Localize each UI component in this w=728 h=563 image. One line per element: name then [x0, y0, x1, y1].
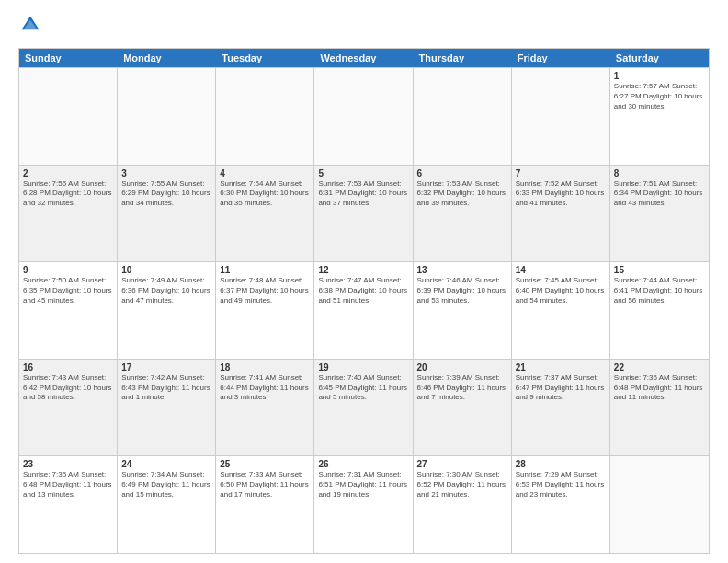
day-number: 19: [318, 362, 408, 373]
day-info: Sunrise: 7:48 AM Sunset: 6:37 PM Dayligh…: [220, 276, 310, 305]
day-cell-4: 4Sunrise: 7:54 AM Sunset: 6:30 PM Daylig…: [216, 166, 314, 262]
day-number: 20: [417, 362, 507, 373]
day-number: 14: [516, 265, 606, 275]
day-cell-20: 20Sunrise: 7:39 AM Sunset: 6:46 PM Dayli…: [414, 360, 512, 456]
day-number: 4: [220, 168, 310, 178]
day-cell-10: 10Sunrise: 7:49 AM Sunset: 6:36 PM Dayli…: [118, 262, 216, 359]
day-number: 3: [121, 168, 211, 178]
day-cell-9: 9Sunrise: 7:50 AM Sunset: 6:35 PM Daylig…: [19, 262, 118, 359]
day-cell-14: 14Sunrise: 7:45 AM Sunset: 6:40 PM Dayli…: [512, 262, 610, 359]
day-info: Sunrise: 7:36 AM Sunset: 6:48 PM Dayligh…: [614, 373, 705, 403]
day-info: Sunrise: 7:47 AM Sunset: 6:38 PM Dayligh…: [318, 276, 408, 305]
day-info: Sunrise: 7:43 AM Sunset: 6:42 PM Dayligh…: [23, 373, 113, 403]
day-number: 8: [614, 168, 705, 178]
day-header-thursday: Thursday: [414, 49, 512, 67]
week-row-3: 9Sunrise: 7:50 AM Sunset: 6:35 PM Daylig…: [19, 261, 709, 359]
day-number: 12: [318, 265, 408, 275]
day-number: 25: [220, 459, 310, 469]
day-info: Sunrise: 7:52 AM Sunset: 6:33 PM Dayligh…: [516, 179, 606, 209]
day-cell-empty: [216, 68, 314, 165]
day-cell-empty: [512, 68, 610, 165]
day-info: Sunrise: 7:46 AM Sunset: 6:39 PM Dayligh…: [417, 276, 507, 305]
logo: [18, 15, 40, 39]
day-cell-5: 5Sunrise: 7:53 AM Sunset: 6:31 PM Daylig…: [314, 166, 413, 262]
day-info: Sunrise: 7:40 AM Sunset: 6:45 PM Dayligh…: [318, 373, 408, 403]
day-number: 26: [318, 459, 408, 469]
day-info: Sunrise: 7:39 AM Sunset: 6:46 PM Dayligh…: [417, 373, 507, 403]
day-number: 18: [220, 362, 310, 373]
week-row-5: 23Sunrise: 7:35 AM Sunset: 6:48 PM Dayli…: [19, 455, 709, 553]
day-info: Sunrise: 7:41 AM Sunset: 6:44 PM Dayligh…: [220, 373, 310, 403]
day-cell-18: 18Sunrise: 7:41 AM Sunset: 6:44 PM Dayli…: [216, 360, 314, 456]
calendar-page: SundayMondayTuesdayWednesdayThursdayFrid…: [0, 0, 728, 563]
day-info: Sunrise: 7:34 AM Sunset: 6:49 PM Dayligh…: [121, 470, 211, 500]
day-number: 22: [614, 362, 705, 373]
day-info: Sunrise: 7:50 AM Sunset: 6:35 PM Dayligh…: [23, 276, 113, 305]
day-number: 13: [417, 265, 507, 275]
day-header-saturday: Saturday: [610, 49, 709, 67]
day-cell-13: 13Sunrise: 7:46 AM Sunset: 6:39 PM Dayli…: [414, 262, 512, 359]
day-number: 6: [417, 168, 507, 178]
day-cell-16: 16Sunrise: 7:43 AM Sunset: 6:42 PM Dayli…: [19, 360, 118, 456]
day-info: Sunrise: 7:55 AM Sunset: 6:29 PM Dayligh…: [121, 179, 211, 209]
day-info: Sunrise: 7:31 AM Sunset: 6:51 PM Dayligh…: [318, 470, 408, 500]
day-cell-empty: [610, 456, 709, 553]
day-number: 23: [23, 459, 113, 469]
day-cell-2: 2Sunrise: 7:56 AM Sunset: 6:28 PM Daylig…: [19, 166, 118, 262]
day-info: Sunrise: 7:42 AM Sunset: 6:43 PM Dayligh…: [121, 373, 211, 403]
day-cell-empty: [414, 68, 512, 165]
calendar: SundayMondayTuesdayWednesdayThursdayFrid…: [18, 48, 710, 554]
day-cell-12: 12Sunrise: 7:47 AM Sunset: 6:38 PM Dayli…: [314, 262, 413, 359]
day-info: Sunrise: 7:33 AM Sunset: 6:50 PM Dayligh…: [220, 470, 310, 500]
day-number: 21: [516, 362, 606, 373]
day-info: Sunrise: 7:49 AM Sunset: 6:36 PM Dayligh…: [121, 276, 211, 305]
day-header-tuesday: Tuesday: [216, 49, 314, 67]
day-number: 17: [121, 362, 211, 373]
day-number: 24: [121, 459, 211, 469]
day-cell-3: 3Sunrise: 7:55 AM Sunset: 6:29 PM Daylig…: [118, 166, 216, 262]
day-number: 2: [23, 168, 113, 178]
day-cell-27: 27Sunrise: 7:30 AM Sunset: 6:52 PM Dayli…: [414, 456, 512, 553]
day-cell-21: 21Sunrise: 7:37 AM Sunset: 6:47 PM Dayli…: [512, 360, 610, 456]
day-info: Sunrise: 7:56 AM Sunset: 6:28 PM Dayligh…: [23, 179, 113, 209]
day-cell-17: 17Sunrise: 7:42 AM Sunset: 6:43 PM Dayli…: [118, 360, 216, 456]
day-number: 15: [614, 265, 705, 275]
day-headers: SundayMondayTuesdayWednesdayThursdayFrid…: [19, 49, 709, 67]
day-number: 9: [23, 265, 113, 275]
day-info: Sunrise: 7:29 AM Sunset: 6:53 PM Dayligh…: [516, 470, 606, 500]
day-info: Sunrise: 7:35 AM Sunset: 6:48 PM Dayligh…: [23, 470, 113, 500]
logo-icon: [20, 15, 40, 35]
day-cell-1: 1Sunrise: 7:57 AM Sunset: 6:27 PM Daylig…: [610, 68, 709, 165]
week-row-1: 1Sunrise: 7:57 AM Sunset: 6:27 PM Daylig…: [19, 67, 709, 165]
week-row-4: 16Sunrise: 7:43 AM Sunset: 6:42 PM Dayli…: [19, 359, 709, 456]
day-info: Sunrise: 7:44 AM Sunset: 6:41 PM Dayligh…: [614, 276, 705, 305]
day-cell-19: 19Sunrise: 7:40 AM Sunset: 6:45 PM Dayli…: [314, 360, 413, 456]
day-number: 27: [417, 459, 507, 469]
week-row-2: 2Sunrise: 7:56 AM Sunset: 6:28 PM Daylig…: [19, 165, 709, 262]
day-header-monday: Monday: [118, 49, 216, 67]
day-info: Sunrise: 7:51 AM Sunset: 6:34 PM Dayligh…: [614, 179, 705, 209]
day-number: 28: [516, 459, 606, 469]
day-cell-22: 22Sunrise: 7:36 AM Sunset: 6:48 PM Dayli…: [610, 360, 709, 456]
weeks: 1Sunrise: 7:57 AM Sunset: 6:27 PM Daylig…: [19, 67, 709, 553]
day-number: 1: [614, 71, 705, 81]
day-number: 7: [516, 168, 606, 178]
day-cell-25: 25Sunrise: 7:33 AM Sunset: 6:50 PM Dayli…: [216, 456, 314, 553]
day-cell-28: 28Sunrise: 7:29 AM Sunset: 6:53 PM Dayli…: [512, 456, 610, 553]
page-header: [18, 15, 710, 39]
day-info: Sunrise: 7:57 AM Sunset: 6:27 PM Dayligh…: [614, 82, 705, 111]
day-number: 10: [121, 265, 211, 275]
day-info: Sunrise: 7:45 AM Sunset: 6:40 PM Dayligh…: [516, 276, 606, 305]
day-cell-7: 7Sunrise: 7:52 AM Sunset: 6:33 PM Daylig…: [512, 166, 610, 262]
day-cell-23: 23Sunrise: 7:35 AM Sunset: 6:48 PM Dayli…: [19, 456, 118, 553]
day-cell-8: 8Sunrise: 7:51 AM Sunset: 6:34 PM Daylig…: [610, 166, 709, 262]
day-info: Sunrise: 7:54 AM Sunset: 6:30 PM Dayligh…: [220, 179, 310, 209]
day-number: 5: [318, 168, 408, 178]
day-info: Sunrise: 7:37 AM Sunset: 6:47 PM Dayligh…: [516, 373, 606, 403]
day-cell-24: 24Sunrise: 7:34 AM Sunset: 6:49 PM Dayli…: [118, 456, 216, 553]
day-cell-empty: [118, 68, 216, 165]
day-info: Sunrise: 7:53 AM Sunset: 6:31 PM Dayligh…: [318, 179, 408, 209]
day-header-wednesday: Wednesday: [314, 49, 413, 67]
day-number: 16: [23, 362, 113, 373]
day-cell-6: 6Sunrise: 7:53 AM Sunset: 6:32 PM Daylig…: [414, 166, 512, 262]
